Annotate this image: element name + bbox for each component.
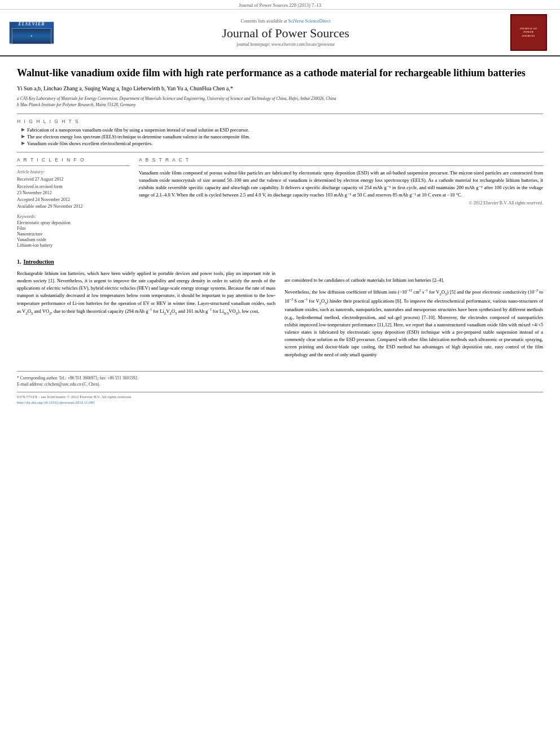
highlight-item-2: ▶ The use electron energy loss spectrum … [21,134,543,139]
available-date: Available online 29 November 2012 [17,203,130,209]
article-history-label: Article history: [17,169,130,174]
keyword-5: Lithium-ion battery [17,243,130,248]
authors-text: Yi Sun a,b, Linchao Zhang a, Suqing Wang… [17,85,233,91]
keyword-1: Electrostatic spray deposition [17,220,130,225]
sciverse-text: Contents lists available at SciVerse Sci… [65,19,506,24]
abstract-col: A B S T R A C T Vanadium oxide films com… [139,157,543,248]
divider-2 [17,152,543,152]
introduction-section: 1.Introduction Rechargeable lithium ion … [17,257,543,361]
page-wrapper: Journal of Power Sources 228 (2013) 7–13… [0,0,560,412]
highlight-text-2: The use electron energy loss spectrum (E… [27,134,250,139]
journal-top-bar: Journal of Power Sources 228 (2013) 7–13 [0,0,560,10]
highlight-item-3: ▶ Vanadium oxide film shows excellent el… [21,141,543,146]
footer-section: * Corresponding author. Tel.: +86 551 36… [17,371,543,388]
elsevier-logo-section: ELSEVIER E [9,21,65,44]
highlight-arrow-3: ▶ [21,141,25,146]
received-revised: Received in revised form23 November 2012 [17,184,130,196]
highlights-section: H I G H L I G H T S ▶ Fabrication of a n… [17,119,543,146]
highlights-label: H I G H L I G H T S [17,119,543,124]
abstract-label: A B S T R A C T [139,157,543,163]
affiliation-b: b Max Planck Institute for Polymer Resea… [17,102,543,108]
intro-col-right: are considered to be candidates of catho… [285,257,543,361]
intro-section-label: Introduction [24,259,54,265]
article-info-divider [17,165,130,166]
issn-text: 0378-7753/$ – see front matter © 2012 El… [17,395,543,399]
journal-center-info: Contents lists available at SciVerse Sci… [65,19,506,47]
highlight-text-3: Vanadium oxide film shows excellent elec… [27,141,152,146]
intro-para-3: Nevertheless, the low diffusion coeffici… [285,288,543,359]
abstract-text: Vanadium oxide films composed of porous … [139,169,543,198]
article-info-abstract-section: A R T I C L E I N F O Article history: R… [17,157,543,248]
highlight-text-1: Fabrication of a nanoporous vanadium oxi… [27,127,249,133]
affiliation-a: a CAS Key Laboratory of Materials for En… [17,96,543,102]
article-title: Walnut-like vanadium oxide film with hig… [17,67,543,80]
divider-1 [17,113,543,114]
email-footnote: E-mail address: cchchen@ustc.edu.cn (C. … [17,381,543,387]
accepted-date: Accepted 24 November 2012 [17,196,130,203]
intro-section-num: 1. [17,259,21,265]
keywords-label: Keywords: [17,214,130,219]
intro-para-1: Rechargeable lithium ion batteries, whic… [17,270,275,316]
doi-link[interactable]: http://dx.doi.org/10.1016/j.jpowsour.201… [17,400,543,405]
keyword-2: Film [17,226,130,231]
keywords-section: Keywords: Electrostatic spray deposition… [17,214,130,248]
right-col-spacer [285,257,543,277]
power-sources-logo: JOURNAL OFPOWERSOURCES [510,14,547,51]
highlight-arrow-2: ▶ [21,134,25,139]
journal-homepage: journal homepage: www.elsevier.com/locat… [65,42,506,47]
highlight-arrow-1: ▶ [21,127,25,132]
copyright-line: © 2012 Elsevier B.V. All rights reserved… [139,200,543,206]
journal-citation: Journal of Power Sources 228 (2013) 7–13 [239,2,321,8]
article-info-col: A R T I C L E I N F O Article history: R… [17,157,130,248]
keyword-3: Nanostructure [17,231,130,237]
intro-para-2: are considered to be candidates of catho… [285,277,543,284]
footer-bottom: 0378-7753/$ – see front matter © 2012 El… [17,392,543,405]
abstract-divider [139,165,543,166]
received-date: Received 27 August 2012 [17,176,130,182]
power-sources-logo-section: JOURNAL OFPOWERSOURCES [506,14,551,51]
main-content: Walnut-like vanadium oxide film with hig… [0,56,560,412]
keyword-4: Vanadium oxide [17,237,130,242]
authors-line: Yi Sun a,b, Linchao Zhang a, Suqing Wang… [17,84,543,93]
intro-title: 1.Introduction [17,257,275,267]
corresponding-author: * Corresponding author. Tel.: +86 551 36… [17,375,543,381]
intro-col-left: 1.Introduction Rechargeable lithium ion … [17,257,275,361]
journal-header: ELSEVIER E Contents lists available at S… [0,10,560,56]
highlight-item-1: ▶ Fabrication of a nanoporous vanadium o… [21,127,543,133]
article-info-label: A R T I C L E I N F O [17,157,130,163]
affiliations: a CAS Key Laboratory of Materials for En… [17,96,543,108]
journal-title: Journal of Power Sources [65,26,506,41]
sciverse-link[interactable]: SciVerse ScienceDirect [288,19,331,24]
elsevier-logo-img: ELSEVIER E [9,21,54,44]
